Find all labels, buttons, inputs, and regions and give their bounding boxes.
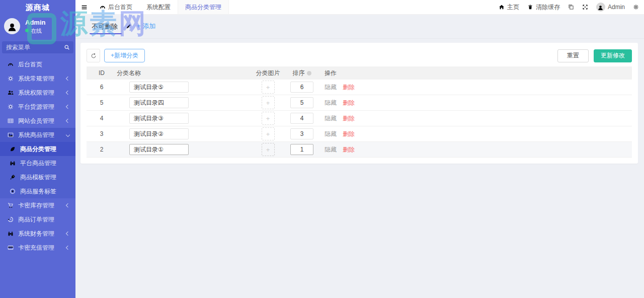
table-row: 4 + 隐藏 删除 [87,111,632,126]
hide-link[interactable]: 隐藏 [325,99,337,107]
menu-search [2,41,73,53]
chevron-left-icon [66,246,70,250]
upload-image-button[interactable]: + [262,81,275,94]
user-status-label: 在线 [31,27,42,35]
sidebar-item-platform-goods[interactable]: 平台商品管理 [0,156,75,170]
search-icon[interactable] [60,41,73,53]
settings-button[interactable] [633,4,639,10]
sidebar-item-site-members[interactable]: 网站会员管理 [0,114,75,128]
category-name-input[interactable] [129,113,189,124]
expand-icon [582,4,588,10]
delete-link[interactable]: 删除 [343,114,355,123]
sidebar-item-system-general[interactable]: 系统常规管理 [0,71,75,86]
add-category-button[interactable]: +新增分类 [104,49,145,62]
table-row: 2 + 隐藏 删除 [87,142,632,158]
clear-cache-button[interactable]: 清除缓存 [527,3,560,12]
refresh-button[interactable] [87,49,100,62]
delete-link[interactable]: 删除 [343,83,355,92]
sidebar-item-cardkey-stock[interactable]: 卡密库存管理 [0,198,75,212]
topbar-username: Admin [608,4,625,11]
chevron-left-icon [66,232,70,236]
toolbar: +新增分类 重置 更新修改 [87,49,632,62]
category-name-input[interactable] [129,97,189,108]
tab-dashboard[interactable]: 后台首页 [93,0,139,14]
users-icon [7,89,14,96]
upload-image-button[interactable]: + [262,127,275,140]
category-name-input[interactable] [129,144,189,155]
user-menu[interactable]: Admin [596,3,625,12]
chevron-left-icon [66,91,70,95]
upload-image-button[interactable]: + [262,112,275,125]
cogs-icon [7,75,14,82]
delete-link[interactable]: 删除 [343,99,355,107]
home-icon [499,4,505,10]
sidebar-item-goods-category[interactable]: 商品分类管理 [0,142,75,156]
sidebar-item-goods-template[interactable]: 商品模板管理 [0,170,75,184]
tachometer-icon [7,61,14,68]
refresh-tab-button[interactable] [568,4,574,10]
add-tab-button[interactable]: + 添加 [137,22,155,31]
upload-image-button[interactable]: + [262,96,275,109]
fullscreen-button[interactable] [582,4,588,10]
user-avatar[interactable] [4,18,20,34]
chevron-down-icon [66,133,70,137]
hide-link[interactable]: 隐藏 [325,114,337,123]
hide-link[interactable]: 隐藏 [325,145,337,154]
sidebar-item-cardkey-recharge[interactable]: 卡密充值管理 [0,241,75,255]
sidebar-item-goods-orders[interactable]: 商品订单管理 [0,212,75,227]
main-content: 不可删除 + 添加 +新增分类 重置 更新修改 ID 分类名称 分类图片 [75,14,644,298]
rocket-icon [9,174,16,181]
sort-input[interactable] [290,113,313,124]
app-logo: 源商城 [0,0,75,15]
tab-goods-category[interactable]: 商品分类管理 [178,0,229,14]
update-button[interactable]: 更新修改 [594,49,632,62]
reset-button[interactable]: 重置 [557,49,589,62]
tab-undeletable[interactable]: 不可删除 [91,15,119,37]
hide-link[interactable]: 隐藏 [325,130,337,138]
active-tab-underline [90,33,122,34]
edit-icon[interactable] [126,23,132,29]
sort-help-icon [307,71,311,76]
trash-icon [527,4,533,10]
sort-input[interactable] [290,82,313,93]
sort-input[interactable] [290,97,313,108]
category-table: ID 分类名称 分类图片 排序 操作 6 + 隐藏 删 [87,66,632,158]
sidebar-item-dashboard[interactable]: 后台首页 [0,57,75,71]
table-row: 5 + 隐藏 删除 [87,95,632,111]
sort-input[interactable] [290,128,313,139]
binoculars-icon [9,160,16,167]
sidebar-item-system-goods[interactable]: 系统商品管理 [0,128,75,142]
chevron-left-icon [66,203,70,207]
tab-system-config[interactable]: 系统配置 [139,0,178,14]
dot-circle-icon [9,188,16,195]
chevron-left-icon [66,77,70,81]
sidebar-item-system-finance[interactable]: 系统财务管理 [0,227,75,241]
menu-search-input[interactable] [2,44,60,51]
hide-link[interactable]: 隐藏 [325,83,337,92]
category-name-input[interactable] [129,82,189,93]
leaf-icon [9,145,16,153]
sidebar-item-system-permission[interactable]: 系统权限管理 [0,86,75,100]
menu-toggle-icon[interactable] [75,0,93,14]
upload-image-button[interactable]: + [262,143,275,156]
category-name-input[interactable] [129,128,189,139]
clone-icon [568,4,574,10]
gear-icon [633,4,639,10]
table-header: ID 分类名称 分类图片 排序 操作 [87,66,632,80]
user-name: Admin [25,18,45,27]
online-status-dot [25,29,29,32]
cart-icon [7,202,14,209]
sidebar-item-platform-supply[interactable]: 平台货源管理 [0,100,75,114]
avatar [596,3,605,12]
category-tabstrip: 不可删除 + 添加 [75,14,644,39]
sidebar-item-goods-service-tags[interactable]: 商品服务标签 [0,184,75,198]
tachometer-icon [100,4,106,10]
admin-screen: 源商城 Admin 在线 后台首页 系统常规管理 系统权限管理 [0,0,644,298]
user-panel: Admin 在线 [0,15,75,39]
sort-input[interactable] [290,144,313,155]
topbar: 后台首页 系统配置 商品分类管理 主页 清除缓存 A [75,0,644,15]
chevron-left-icon [66,119,70,123]
home-button[interactable]: 主页 [499,3,519,12]
delete-link[interactable]: 删除 [343,145,355,154]
delete-link[interactable]: 删除 [343,130,355,138]
